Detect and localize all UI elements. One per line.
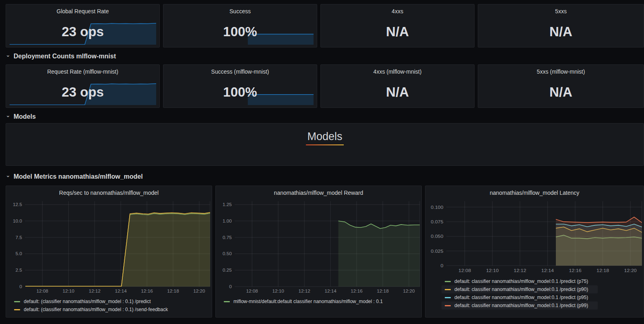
chevron-down-icon: ⌄ — [6, 53, 10, 57]
chart-canvas[interactable]: 02.55.07.510.012.512:0812:1012:1212:1412… — [6, 198, 212, 295]
series-area — [339, 221, 420, 287]
chart-canvas[interactable]: 00.0250.0500.0750.10012:0812:1012:1212:1… — [425, 198, 644, 275]
series-label[interactable]: default: (classifier nanomathias/mlflow_… — [24, 307, 168, 312]
y-axis-tick-label: 0.050 — [431, 234, 444, 239]
y-axis-tick-label: 12.5 — [13, 202, 22, 207]
x-axis-tick-label: 12:12 — [89, 288, 100, 293]
series-color-swatch — [14, 309, 20, 310]
panel-title[interactable]: Success (mlflow-mnist) — [163, 65, 317, 77]
y-axis-tick-label: 0.025 — [431, 248, 444, 254]
stat-panel-success-mlflow-mnist: Success (mlflow-mnist) 100% — [163, 64, 317, 108]
series-label[interactable]: mlflow-mnist/default:default classifier … — [233, 299, 383, 304]
x-axis-tick-label: 12:10 — [62, 288, 74, 293]
x-axis-tick-label: 12:18 — [377, 288, 388, 293]
stat-value: N/A — [478, 84, 644, 100]
x-axis-tick-label: 12:12 — [298, 288, 310, 293]
y-axis-tick-label: 10.0 — [13, 218, 22, 223]
chart-panel-reward: nanomathias/mlflow_model Reward 00.250.5… — [215, 186, 422, 318]
stat-panel-4xxs-mlflow-mnist: 4xxs (mlflow-mnist) N/A — [320, 64, 475, 108]
legend-item[interactable]: default: (classifier nanomathias/mlflow_… — [11, 305, 178, 314]
section-title: Models — [14, 113, 36, 120]
chart-legend: default: classifier nanomathias/mlflow_m… — [425, 277, 644, 310]
x-axis-tick-label: 12:08 — [458, 268, 471, 273]
series-color-swatch — [445, 281, 451, 282]
chart-panel-latency: nanomathias/mlflow_model Latency 00.0250… — [425, 186, 644, 318]
legend-item[interactable]: mlflow-mnist/default:default classifier … — [221, 297, 392, 305]
panel-title[interactable]: Success — [163, 4, 317, 17]
y-axis-tick-label: 0 — [229, 284, 232, 289]
x-axis-tick-label: 12:10 — [486, 268, 499, 273]
x-axis-tick-label: 12:14 — [324, 288, 336, 293]
chart-plot-area[interactable]: 02.55.07.510.012.512:0812:1012:1212:1412… — [6, 198, 212, 295]
section-header-model-metrics[interactable]: ⌄ Model Metrics nanomathias/mlflow_model — [6, 173, 644, 180]
panel-title[interactable]: Reqs/sec to nanomathias/mlflow_model — [6, 186, 212, 198]
x-axis-tick-label: 12:14 — [541, 268, 554, 273]
series-label[interactable]: default: classifier nanomathias/mlflow_m… — [454, 295, 588, 300]
stat-row-global: Global Request Rate 23 ops Success 100% … — [6, 4, 644, 47]
chart-legend: default: (classifier nanomathias/mlflow_… — [6, 297, 212, 314]
legend-item[interactable]: default: (classifier nanomathias/mlflow_… — [11, 297, 160, 305]
series-area — [25, 213, 210, 287]
panel-title[interactable]: nanomathias/mlflow_model Reward — [216, 186, 421, 198]
panel-title[interactable]: nanomathias/mlflow_model Latency — [425, 186, 644, 198]
panel-title[interactable]: 5xxs — [478, 4, 644, 17]
x-axis-tick-label: 12:16 — [351, 288, 362, 293]
legend-item[interactable]: default: classifier nanomathias/mlflow_m… — [442, 293, 598, 301]
section-header-models[interactable]: ⌄ Models — [6, 113, 644, 120]
y-axis-tick-label: 0.75 — [223, 235, 232, 240]
legend-item[interactable]: default: classifier nanomathias/mlflow_m… — [442, 285, 598, 293]
panel-title[interactable]: 4xxs (mlflow-mnist) — [321, 65, 474, 77]
legend-item[interactable]: default: classifier nanomathias/mlflow_m… — [442, 277, 598, 285]
section-title: Deployment Counts mlflow-mnist — [14, 53, 116, 60]
series-label[interactable]: default: classifier nanomathias/mlflow_m… — [454, 303, 588, 308]
legend-item[interactable]: default: classifier nanomathias/mlflow_m… — [442, 301, 598, 310]
series-color-swatch — [445, 297, 451, 298]
y-axis-tick-label: 0.075 — [431, 219, 444, 224]
y-axis-tick-label: 2.5 — [16, 267, 22, 272]
chart-canvas[interactable]: 00.250.500.751.001.2512:0812:1012:1212:1… — [216, 198, 421, 295]
chart-legend: mlflow-mnist/default:default classifier … — [216, 297, 421, 305]
stat-value: 23 ops — [6, 84, 159, 100]
section-header-deployment-counts[interactable]: ⌄ Deployment Counts mlflow-mnist — [6, 53, 644, 60]
panel-title[interactable]: 5xxs (mlflow-mnist) — [478, 65, 644, 77]
x-axis-tick-label: 12:20 — [403, 288, 415, 293]
stat-panel-5xxs: 5xxs N/A — [478, 4, 644, 47]
y-axis-tick-label: 0.50 — [223, 251, 232, 256]
stat-panel-5xxs-mlflow-mnist: 5xxs (mlflow-mnist) N/A — [478, 64, 644, 108]
stat-panel-global-request-rate: Global Request Rate 23 ops — [6, 4, 160, 47]
models-panel-row: Models — [6, 123, 644, 166]
series-label[interactable]: default: classifier nanomathias/mlflow_m… — [454, 287, 588, 292]
stat-panel-success: Success 100% — [163, 4, 317, 47]
y-axis-tick-label: 7.5 — [16, 235, 22, 240]
chart-plot-area[interactable]: 00.0250.0500.0750.10012:0812:1012:1212:1… — [425, 198, 644, 275]
stat-value: N/A — [321, 84, 474, 100]
x-axis-tick-label: 12:08 — [246, 288, 258, 293]
y-axis-tick-label: 0 — [19, 284, 22, 289]
series-color-swatch — [14, 301, 20, 302]
y-axis-tick-label: 0.25 — [223, 267, 232, 272]
x-axis-tick-label: 12:16 — [141, 288, 153, 293]
models-link[interactable]: Models — [306, 130, 343, 145]
x-axis-tick-label: 12:16 — [569, 268, 582, 273]
chart-plot-area[interactable]: 00.250.500.751.001.2512:0812:1012:1212:1… — [216, 198, 421, 295]
stat-value: 23 ops — [6, 24, 159, 40]
chevron-down-icon: ⌄ — [6, 173, 10, 177]
panel-title[interactable]: Global Request Rate — [6, 4, 159, 17]
x-axis-tick-label: 12:08 — [37, 288, 48, 293]
y-axis-tick-label: 0.100 — [431, 204, 444, 210]
x-axis-tick-label: 12:20 — [193, 288, 205, 293]
stat-value: 100% — [163, 84, 317, 100]
panel-title[interactable]: Request Rate (mlflow-mnist) — [6, 65, 159, 77]
panel-title[interactable]: 4xxs — [321, 4, 474, 17]
stat-panel-request-rate-mlflow-mnist: Request Rate (mlflow-mnist) 23 ops — [6, 64, 160, 108]
x-axis-tick-label: 12:20 — [624, 268, 637, 273]
series-label[interactable]: default: (classifier nanomathias/mlflow_… — [24, 299, 151, 304]
y-axis-tick-label: 1.00 — [223, 218, 232, 223]
x-axis-tick-label: 12:18 — [597, 268, 609, 273]
series-label[interactable]: default: classifier nanomathias/mlflow_m… — [454, 279, 588, 284]
series-color-swatch — [224, 301, 230, 302]
stat-row-mlflow-mnist: Request Rate (mlflow-mnist) 23 ops Succe… — [6, 64, 644, 108]
y-axis-tick-label: 0 — [441, 263, 444, 268]
x-axis-tick-label: 12:12 — [514, 268, 526, 273]
series-area — [556, 217, 642, 266]
